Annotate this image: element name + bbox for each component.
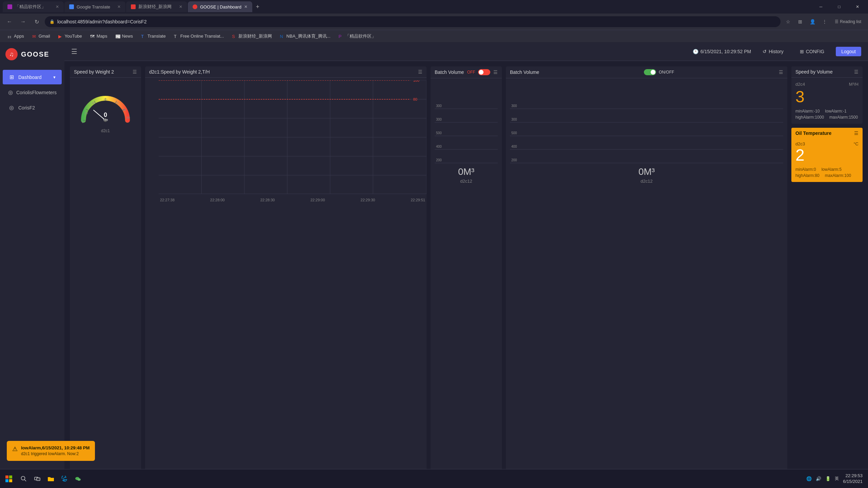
sidebar-logo: ♫ GOOSE	[0, 42, 64, 66]
speed-volume-menu-icon[interactable]: ☰	[854, 69, 859, 75]
sidebar: ♫ GOOSE ⊞ Dashboard ▼ ◎ CoriolisFlowmete…	[0, 42, 64, 488]
line-chart-header: d2c1:Speed by Weight 2,T/H ☰	[145, 66, 427, 78]
batch-vol-on-menu-icon[interactable]: ☰	[779, 69, 783, 75]
batch-volume-on-title: Batch Volume	[510, 69, 539, 75]
forward-button[interactable]: →	[18, 16, 28, 27]
oil-temp-value: 2	[795, 146, 859, 164]
svg-text:20: 20	[84, 111, 88, 115]
taskbar-task-view[interactable]	[31, 473, 43, 485]
hamburger-button[interactable]: ☰	[71, 47, 77, 56]
bookmark-youtube[interactable]: ▶ YouTube	[55, 32, 85, 40]
lock-icon: 🔒	[50, 19, 55, 24]
svg-text:0: 0	[104, 111, 107, 118]
clock-icon: 🕐	[693, 49, 698, 54]
taskbar-edge[interactable]	[58, 473, 71, 485]
bookmark-nba[interactable]: N NBA_腾讯体育_腾讯...	[277, 32, 334, 41]
bookmark-free-translate[interactable]: T Free Online Translat...	[171, 32, 228, 40]
taskbar-search[interactable]	[18, 473, 30, 485]
goose-logo-icon: ♫	[5, 48, 18, 60]
taskbar-file-explorer[interactable]	[45, 473, 57, 485]
bookmark-maps-label: Maps	[97, 34, 107, 39]
bookmark-news[interactable]: 📰 News	[112, 32, 136, 40]
gauge-svg: 0 20 40 60 70 80 90 0 T/H	[77, 83, 134, 127]
tab-sina[interactable]: 新浪财经_新浪网 ✕	[126, 1, 187, 12]
bookmark-jingpin-label: 「精品软件区」	[345, 33, 376, 39]
right-column: Speed by Volume ☰ d2c4 M³/H 3 minAlarm:-…	[791, 66, 863, 483]
speed-vol-max-alarm: maxAlarm:1500	[829, 115, 858, 120]
new-tab-button[interactable]: +	[253, 2, 262, 12]
refresh-button[interactable]: ↻	[31, 16, 42, 27]
batch-chart-area-2: 300 300 500 400 200	[510, 99, 783, 166]
taskbar-wechat[interactable]	[72, 473, 84, 485]
maximize-button[interactable]: □	[831, 1, 847, 12]
app-layout: ♫ GOOSE ⊞ Dashboard ▼ ◎ CoriolisFlowmete…	[0, 42, 868, 488]
extensions-icon[interactable]: ⋮	[820, 17, 829, 26]
tab-close-1[interactable]: ✕	[56, 4, 59, 9]
edge-sidebar-icon[interactable]: ⊞	[795, 17, 805, 26]
toggle-track-on[interactable]	[644, 69, 656, 75]
config-button[interactable]: ⊞ CONFIG	[795, 47, 829, 56]
sidebar-item-dashboard[interactable]: ⊞ Dashboard ▼	[3, 70, 62, 84]
bookmark-sina[interactable]: S 新浪财经_新浪网	[229, 32, 275, 41]
line-chart-menu-icon[interactable]: ☰	[418, 69, 422, 75]
minimize-button[interactable]: ─	[813, 1, 829, 12]
sidebar-menu: ⊞ Dashboard ▼ ◎ CoriolisFlowmeters ◎ Cor…	[0, 66, 64, 488]
sidebar-dashboard-label: Dashboard	[18, 75, 42, 80]
sidebar-coriolis-label: CoriolisFlowmeters	[16, 90, 57, 95]
sidebar-item-corisf2[interactable]: ◎ CorisF2	[3, 100, 62, 115]
start-button[interactable]	[3, 473, 15, 485]
tab-goose-dashboard[interactable]: GOOSE | Dashboard ✕	[188, 1, 252, 12]
bookmark-gmail-label: Gmail	[39, 34, 50, 39]
nba-favicon: N	[280, 34, 285, 39]
tab-close-4[interactable]: ✕	[244, 4, 248, 9]
bookmark-gmail[interactable]: ✉ Gmail	[29, 32, 54, 40]
tab-精品软件区[interactable]: 「精品软件区」 ✕	[3, 1, 64, 12]
batch-volume-on-widget: Batch Volume ON/OFF ☰	[506, 66, 787, 483]
bookmark-apps[interactable]: ⚏ Apps	[4, 32, 27, 40]
toast-body: d2c1 triggered lowAlarm. Now:2	[21, 451, 90, 457]
url-input[interactable]: 🔒 localhost:4859/admin?dashboard=CorisF2	[45, 16, 781, 27]
x-label-1: 22:28:00	[210, 198, 225, 202]
batch-vol-off-menu-icon[interactable]: ☰	[493, 69, 498, 75]
speed-volume-header-row: d2c4 M³/H	[795, 82, 859, 87]
bookmark-maps[interactable]: 🗺 Maps	[87, 32, 111, 40]
taskbar-volume-icon: 🔊	[816, 476, 821, 481]
bookmark-jingpin[interactable]: P 「精品软件区」	[335, 32, 379, 41]
reading-list-label: Reading list	[840, 19, 861, 24]
tab-google-translate[interactable]: Google Translate ✕	[64, 1, 125, 12]
bookmark-news-label: News	[122, 34, 133, 39]
corisf2-icon: ◎	[8, 104, 15, 111]
sidebar-item-coriolis[interactable]: ◎ CoriolisFlowmeters	[3, 85, 62, 100]
taskbar-time: 22:29:53 6/15/2021	[843, 473, 863, 485]
toggle-thumb-off	[479, 70, 484, 75]
batch-volume-off-header: Batch Volume OFF ☰	[431, 66, 502, 78]
back-button[interactable]: ←	[4, 16, 15, 27]
bookmark-translate[interactable]: T Translate	[138, 32, 169, 40]
wechat-icon	[75, 476, 81, 482]
speed-volume-id: d2c4	[795, 82, 805, 87]
gauge-menu-icon[interactable]: ☰	[133, 69, 137, 75]
datetime-text: 6/15/2021, 10:29:52 PM	[701, 49, 751, 54]
star-icon[interactable]: ☆	[783, 17, 793, 26]
tab-close-3[interactable]: ✕	[179, 4, 182, 9]
history-button[interactable]: ↺ History	[758, 47, 788, 56]
toast-notification: ⚠ lowAlarm,6/15/2021, 10:29:48 PM d2c1 t…	[7, 441, 95, 461]
batch-vol-off-toggle[interactable]: OFF	[467, 69, 490, 75]
reading-list-button[interactable]: ☰ Reading list	[832, 18, 864, 25]
logout-button[interactable]: Logout	[836, 47, 861, 56]
oil-temp-menu-icon[interactable]: ☰	[854, 130, 859, 136]
oil-temp-min-alarm: minAlarm:0	[795, 167, 816, 172]
tab-favicon-1	[7, 4, 12, 9]
close-button[interactable]: ✕	[850, 1, 865, 12]
speed-volume-title: Speed by Volume	[795, 69, 833, 75]
svg-text:300: 300	[511, 118, 517, 121]
svg-text:400: 400	[511, 145, 517, 148]
svg-rect-68	[37, 478, 40, 481]
batch-vol-on-toggle[interactable]: ON/OFF	[644, 69, 674, 75]
youtube-favicon: ▶	[58, 34, 63, 39]
toggle-track-off[interactable]	[478, 69, 490, 75]
gauge-widget: Speed by Weight 2 ☰	[70, 66, 141, 483]
apps-favicon: ⚏	[7, 34, 12, 39]
tab-close-2[interactable]: ✕	[117, 4, 121, 9]
profile-icon[interactable]: 👤	[808, 17, 817, 26]
